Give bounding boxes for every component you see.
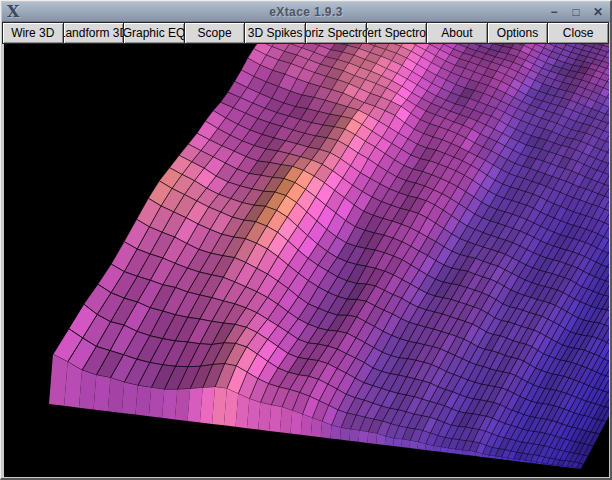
toolbar-button-options[interactable]: Options bbox=[487, 22, 549, 44]
close-icon[interactable]: ✕ bbox=[591, 5, 605, 19]
toolbar-button-scope[interactable]: Scope bbox=[184, 22, 246, 44]
toolbar-button-landform-3d[interactable]: Landform 3D bbox=[63, 22, 125, 44]
toolbar-button-horiz-spectrog[interactable]: Horiz Spectrog bbox=[305, 22, 367, 44]
maximize-icon[interactable]: □ bbox=[569, 5, 583, 19]
window-controls: − □ ✕ bbox=[547, 5, 605, 19]
window-title: eXtace 1.9.3 bbox=[2, 5, 610, 19]
titlebar[interactable]: X eXtace 1.9.3 − □ ✕ bbox=[2, 2, 610, 22]
toolbar-button-about[interactable]: About bbox=[426, 22, 488, 44]
spectrum-landform-canvas bbox=[4, 44, 609, 477]
toolbar-button-close[interactable]: Close bbox=[547, 22, 609, 44]
toolbar-button-vert-spectrog[interactable]: Vert Spectrog bbox=[366, 22, 428, 44]
app-window: X eXtace 1.9.3 − □ ✕ Wire 3D Landform 3D… bbox=[0, 0, 612, 480]
toolbar-button-3d-spikes[interactable]: 3D Spikes bbox=[244, 22, 306, 44]
minimize-icon[interactable]: − bbox=[547, 5, 561, 19]
toolbar-button-wire-3d[interactable]: Wire 3D bbox=[2, 22, 64, 44]
visualization-area bbox=[4, 44, 606, 474]
toolbar-button-graphic-eq[interactable]: Graphic EQ bbox=[123, 22, 185, 44]
toolbar: Wire 3D Landform 3D Graphic EQ Scope 3D … bbox=[2, 22, 608, 44]
x11-logo-icon: X bbox=[7, 4, 19, 20]
